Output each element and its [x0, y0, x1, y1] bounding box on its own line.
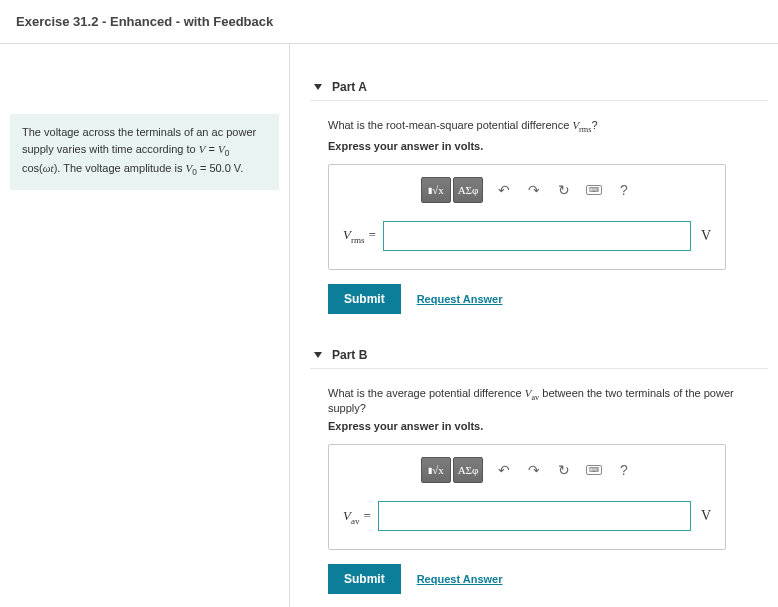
part-b-answer-row: Vav = V: [343, 501, 711, 531]
part-b-actions: Submit Request Answer: [328, 564, 768, 594]
part-a-title: Part A: [332, 80, 367, 94]
part-a-question: What is the root-mean-square potential d…: [328, 119, 768, 134]
problem-statement: The voltage across the terminals of an a…: [10, 114, 279, 190]
help-icon[interactable]: ?: [615, 181, 633, 199]
info-eq-v0: V: [218, 143, 225, 155]
keyboard-icon[interactable]: ⌨: [585, 181, 603, 199]
part-b-answer-panel: ▮√x ΑΣφ ↶ ↷ ↻ ⌨ ? Vav = V: [328, 444, 726, 550]
part-b-submit-button[interactable]: Submit: [328, 564, 401, 594]
keyboard-glyph: ⌨: [586, 465, 602, 475]
part-b-unit: V: [701, 508, 711, 524]
part-a-instruct: Express your answer in volts.: [328, 140, 768, 152]
qB-text-a: What is the average potential difference: [328, 387, 525, 399]
varB-sub: av: [351, 515, 360, 525]
part-a-actions: Submit Request Answer: [328, 284, 768, 314]
part-b-instruct: Express your answer in volts.: [328, 420, 768, 432]
keyboard-icon[interactable]: ⌨: [585, 461, 603, 479]
qA-text-a: What is the root-mean-square potential d…: [328, 119, 572, 131]
part-b-answer-input[interactable]: [378, 501, 691, 531]
templates-label: √x: [432, 464, 444, 476]
tb-group-format-b: ▮√x ΑΣφ: [421, 457, 483, 483]
info-eq-v0-sub: 0: [225, 149, 230, 158]
templates-button[interactable]: ▮√x: [421, 457, 451, 483]
info-eq-close: ).: [54, 162, 61, 174]
templates-button[interactable]: ▮√x: [421, 177, 451, 203]
templates-label: √x: [432, 184, 444, 196]
part-b-var-label: Vav =: [343, 508, 372, 526]
part-b-request-answer-link[interactable]: Request Answer: [417, 573, 503, 585]
part-a-var-label: Vrms =: [343, 227, 377, 245]
info-text2a: The voltage amplitude is: [63, 162, 185, 174]
caret-down-icon: [314, 84, 322, 90]
part-a-unit: V: [701, 228, 711, 244]
undo-icon[interactable]: ↶: [495, 461, 513, 479]
part-a-answer-panel: ▮√x ΑΣφ ↶ ↷ ↻ ⌨ ? Vrms = V: [328, 164, 726, 270]
qA-text-b: ?: [591, 119, 597, 131]
caret-down-icon: [314, 352, 322, 358]
part-a-request-answer-link[interactable]: Request Answer: [417, 293, 503, 305]
part-a-answer-input[interactable]: [383, 221, 691, 251]
part-a-submit-button[interactable]: Submit: [328, 284, 401, 314]
varB: V: [343, 508, 351, 523]
varA: V: [343, 227, 351, 242]
part-a-body: What is the root-mean-square potential d…: [310, 119, 768, 314]
page-title: Exercise 31.2 - Enhanced - with Feedback: [16, 14, 762, 29]
redo-icon[interactable]: ↷: [525, 181, 543, 199]
varA-eq: =: [365, 227, 377, 242]
part-a-header[interactable]: Part A: [310, 74, 768, 101]
info-eq-eq: =: [205, 143, 218, 155]
right-column: Part A What is the root-mean-square pote…: [290, 44, 778, 607]
info-text2b: = 50.0 V.: [197, 162, 243, 174]
help-icon[interactable]: ?: [615, 461, 633, 479]
info-eq-omega: ω: [43, 162, 51, 174]
keyboard-glyph: ⌨: [586, 185, 602, 195]
tb-group-format: ▮√x ΑΣφ: [421, 177, 483, 203]
left-column: The voltage across the terminals of an a…: [0, 44, 290, 607]
reset-icon[interactable]: ↻: [555, 181, 573, 199]
qA-var-sub: rms: [579, 125, 591, 134]
part-b: Part B What is the average potential dif…: [310, 342, 768, 594]
part-a: Part A What is the root-mean-square pote…: [310, 74, 768, 314]
part-a-toolbar: ▮√x ΑΣφ ↶ ↷ ↻ ⌨ ?: [343, 177, 711, 203]
part-a-answer-row: Vrms = V: [343, 221, 711, 251]
greek-button[interactable]: ΑΣφ: [453, 457, 483, 483]
varA-sub: rms: [351, 235, 365, 245]
redo-icon[interactable]: ↷: [525, 461, 543, 479]
varB-eq: =: [360, 508, 372, 523]
greek-button[interactable]: ΑΣφ: [453, 177, 483, 203]
reset-icon[interactable]: ↻: [555, 461, 573, 479]
undo-icon[interactable]: ↶: [495, 181, 513, 199]
part-b-body: What is the average potential difference…: [310, 387, 768, 594]
part-b-title: Part B: [332, 348, 367, 362]
main-area: The voltage across the terminals of an a…: [0, 44, 778, 607]
part-b-question: What is the average potential difference…: [328, 387, 768, 414]
part-b-header[interactable]: Part B: [310, 342, 768, 369]
part-b-toolbar: ▮√x ΑΣφ ↶ ↷ ↻ ⌨ ?: [343, 457, 711, 483]
info-eq-cos: cos(: [22, 162, 43, 174]
page-header: Exercise 31.2 - Enhanced - with Feedback: [0, 0, 778, 44]
